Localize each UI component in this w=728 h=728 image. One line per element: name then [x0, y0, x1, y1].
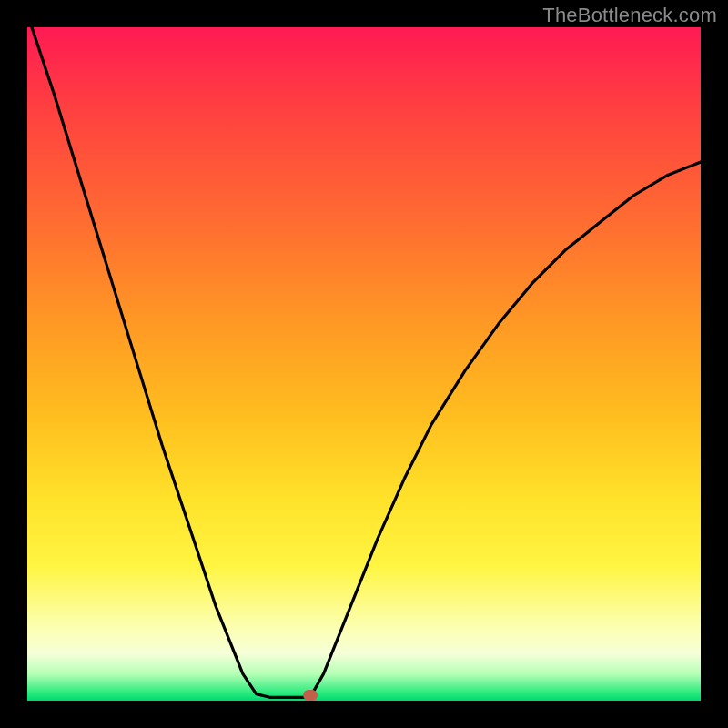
bottleneck-curve	[27, 27, 701, 701]
optimum-marker	[303, 690, 318, 701]
watermark-text: TheBottleneck.com	[542, 4, 717, 27]
plot-area	[27, 27, 701, 701]
curve-path	[27, 27, 701, 697]
chart-frame: TheBottleneck.com	[0, 0, 728, 728]
